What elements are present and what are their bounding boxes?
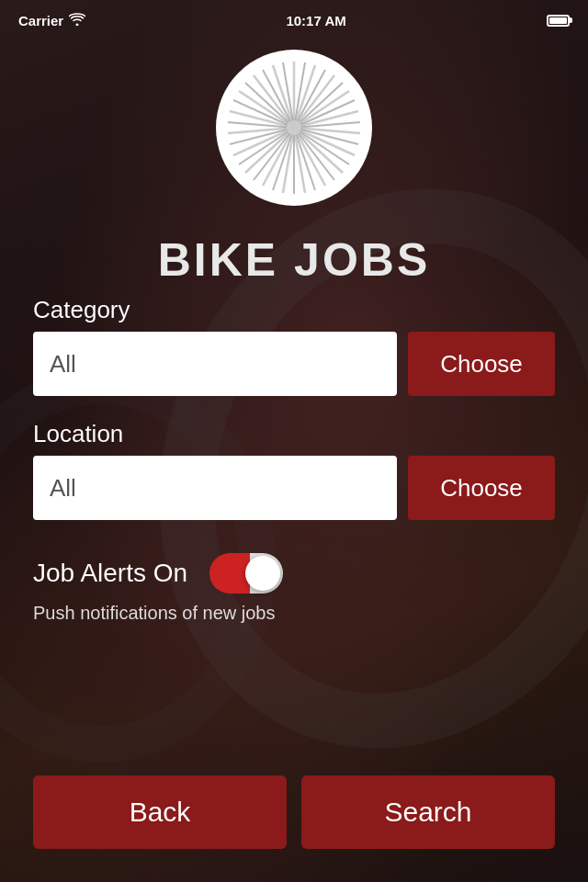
back-button[interactable]: Back	[33, 775, 287, 849]
svg-line-6	[294, 91, 349, 128]
location-row: Choose	[33, 456, 555, 520]
category-label: Category	[33, 296, 555, 324]
location-choose-button[interactable]: Choose	[408, 456, 555, 520]
toggle-row: Job Alerts On	[33, 553, 555, 594]
alerts-toggle[interactable]	[209, 553, 283, 594]
battery-icon	[547, 15, 570, 27]
location-label: Location	[33, 420, 555, 448]
category-input[interactable]	[33, 332, 397, 396]
svg-line-32	[239, 91, 294, 128]
search-button[interactable]: Search	[301, 775, 555, 849]
category-row: Choose	[33, 332, 555, 396]
form-area: Category Choose Location Choose	[33, 296, 555, 544]
carrier-label: Carrier	[18, 13, 63, 28]
toggle-thumb	[245, 556, 280, 591]
status-carrier: Carrier	[18, 13, 85, 28]
alerts-label: Job Alerts On	[33, 559, 187, 588]
bottom-buttons: Back Search	[33, 775, 555, 849]
main-container: BIKE JOBS Category Choose Location Choos…	[0, 40, 588, 633]
battery-fill	[549, 17, 567, 24]
app-title: BIKE JOBS	[158, 233, 431, 287]
logo-circle	[216, 50, 372, 206]
svg-line-13	[294, 128, 349, 164]
toggle-area: Job Alerts On Push notifications of new …	[33, 553, 555, 624]
location-input[interactable]	[33, 456, 397, 520]
svg-line-23	[254, 128, 294, 180]
status-bar: Carrier 10:17 AM	[0, 0, 588, 40]
status-time: 10:17 AM	[286, 13, 345, 28]
svg-line-25	[239, 128, 294, 164]
app-title-area: BIKE JOBS	[33, 233, 555, 287]
wifi-icon	[69, 13, 85, 28]
category-choose-button[interactable]: Choose	[408, 332, 555, 396]
alerts-hint: Push notifications of new jobs	[33, 603, 555, 624]
logo-area	[216, 50, 372, 197]
svg-point-38	[287, 120, 301, 135]
status-battery	[547, 15, 570, 27]
svg-line-15	[294, 128, 334, 180]
logo-sunburst	[225, 59, 363, 197]
